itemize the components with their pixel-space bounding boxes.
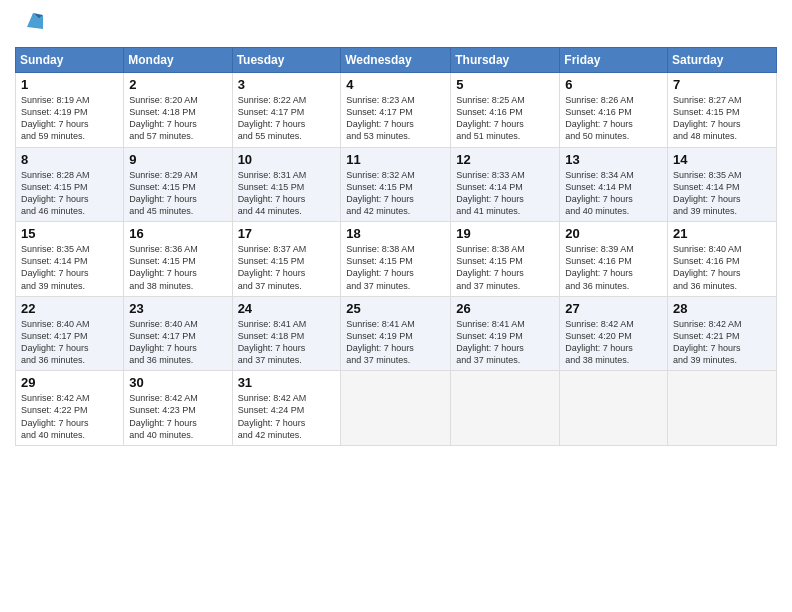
day-info: Sunrise: 8:34 AMSunset: 4:14 PMDaylight:… bbox=[565, 169, 662, 218]
header bbox=[15, 10, 777, 39]
table-row: 4 Sunrise: 8:23 AMSunset: 4:17 PMDayligh… bbox=[341, 73, 451, 148]
day-number: 29 bbox=[21, 375, 118, 390]
day-info: Sunrise: 8:20 AMSunset: 4:18 PMDaylight:… bbox=[129, 94, 226, 143]
day-number: 1 bbox=[21, 77, 118, 92]
calendar-table: Sunday Monday Tuesday Wednesday Thursday… bbox=[15, 47, 777, 446]
day-info: Sunrise: 8:39 AMSunset: 4:16 PMDaylight:… bbox=[565, 243, 662, 292]
table-row: 22 Sunrise: 8:40 AMSunset: 4:17 PMDaylig… bbox=[16, 296, 124, 371]
day-info: Sunrise: 8:29 AMSunset: 4:15 PMDaylight:… bbox=[129, 169, 226, 218]
table-row: 7 Sunrise: 8:27 AMSunset: 4:15 PMDayligh… bbox=[668, 73, 777, 148]
table-row: 2 Sunrise: 8:20 AMSunset: 4:18 PMDayligh… bbox=[124, 73, 232, 148]
day-info: Sunrise: 8:27 AMSunset: 4:15 PMDaylight:… bbox=[673, 94, 771, 143]
table-row: 26 Sunrise: 8:41 AMSunset: 4:19 PMDaylig… bbox=[451, 296, 560, 371]
day-info: Sunrise: 8:41 AMSunset: 4:18 PMDaylight:… bbox=[238, 318, 336, 367]
day-number: 15 bbox=[21, 226, 118, 241]
day-info: Sunrise: 8:35 AMSunset: 4:14 PMDaylight:… bbox=[21, 243, 118, 292]
table-row bbox=[451, 371, 560, 446]
day-info: Sunrise: 8:40 AMSunset: 4:16 PMDaylight:… bbox=[673, 243, 771, 292]
table-row: 11 Sunrise: 8:32 AMSunset: 4:15 PMDaylig… bbox=[341, 147, 451, 222]
calendar-page: Sunday Monday Tuesday Wednesday Thursday… bbox=[0, 0, 792, 612]
day-number: 25 bbox=[346, 301, 445, 316]
day-info: Sunrise: 8:19 AMSunset: 4:19 PMDaylight:… bbox=[21, 94, 118, 143]
table-row: 14 Sunrise: 8:35 AMSunset: 4:14 PMDaylig… bbox=[668, 147, 777, 222]
day-info: Sunrise: 8:32 AMSunset: 4:15 PMDaylight:… bbox=[346, 169, 445, 218]
table-row: 23 Sunrise: 8:40 AMSunset: 4:17 PMDaylig… bbox=[124, 296, 232, 371]
day-info: Sunrise: 8:25 AMSunset: 4:16 PMDaylight:… bbox=[456, 94, 554, 143]
table-row: 16 Sunrise: 8:36 AMSunset: 4:15 PMDaylig… bbox=[124, 222, 232, 297]
table-row bbox=[560, 371, 668, 446]
day-number: 24 bbox=[238, 301, 336, 316]
day-number: 30 bbox=[129, 375, 226, 390]
table-row: 19 Sunrise: 8:38 AMSunset: 4:15 PMDaylig… bbox=[451, 222, 560, 297]
day-info: Sunrise: 8:42 AMSunset: 4:24 PMDaylight:… bbox=[238, 392, 336, 441]
table-row: 3 Sunrise: 8:22 AMSunset: 4:17 PMDayligh… bbox=[232, 73, 341, 148]
day-number: 23 bbox=[129, 301, 226, 316]
table-row: 9 Sunrise: 8:29 AMSunset: 4:15 PMDayligh… bbox=[124, 147, 232, 222]
day-info: Sunrise: 8:26 AMSunset: 4:16 PMDaylight:… bbox=[565, 94, 662, 143]
logo bbox=[15, 15, 47, 39]
day-info: Sunrise: 8:42 AMSunset: 4:20 PMDaylight:… bbox=[565, 318, 662, 367]
day-info: Sunrise: 8:42 AMSunset: 4:23 PMDaylight:… bbox=[129, 392, 226, 441]
day-info: Sunrise: 8:38 AMSunset: 4:15 PMDaylight:… bbox=[456, 243, 554, 292]
table-row bbox=[341, 371, 451, 446]
header-row: Sunday Monday Tuesday Wednesday Thursday… bbox=[16, 48, 777, 73]
col-friday: Friday bbox=[560, 48, 668, 73]
table-row: 13 Sunrise: 8:34 AMSunset: 4:14 PMDaylig… bbox=[560, 147, 668, 222]
day-number: 9 bbox=[129, 152, 226, 167]
table-row: 17 Sunrise: 8:37 AMSunset: 4:15 PMDaylig… bbox=[232, 222, 341, 297]
table-row: 6 Sunrise: 8:26 AMSunset: 4:16 PMDayligh… bbox=[560, 73, 668, 148]
col-saturday: Saturday bbox=[668, 48, 777, 73]
day-info: Sunrise: 8:23 AMSunset: 4:17 PMDaylight:… bbox=[346, 94, 445, 143]
day-info: Sunrise: 8:38 AMSunset: 4:15 PMDaylight:… bbox=[346, 243, 445, 292]
day-number: 17 bbox=[238, 226, 336, 241]
table-row: 28 Sunrise: 8:42 AMSunset: 4:21 PMDaylig… bbox=[668, 296, 777, 371]
col-tuesday: Tuesday bbox=[232, 48, 341, 73]
table-row: 24 Sunrise: 8:41 AMSunset: 4:18 PMDaylig… bbox=[232, 296, 341, 371]
day-number: 18 bbox=[346, 226, 445, 241]
day-info: Sunrise: 8:40 AMSunset: 4:17 PMDaylight:… bbox=[129, 318, 226, 367]
table-row bbox=[668, 371, 777, 446]
day-info: Sunrise: 8:41 AMSunset: 4:19 PMDaylight:… bbox=[346, 318, 445, 367]
table-row: 12 Sunrise: 8:33 AMSunset: 4:14 PMDaylig… bbox=[451, 147, 560, 222]
day-number: 7 bbox=[673, 77, 771, 92]
day-number: 5 bbox=[456, 77, 554, 92]
day-number: 16 bbox=[129, 226, 226, 241]
day-info: Sunrise: 8:41 AMSunset: 4:19 PMDaylight:… bbox=[456, 318, 554, 367]
day-info: Sunrise: 8:36 AMSunset: 4:15 PMDaylight:… bbox=[129, 243, 226, 292]
table-row: 29 Sunrise: 8:42 AMSunset: 4:22 PMDaylig… bbox=[16, 371, 124, 446]
table-row: 31 Sunrise: 8:42 AMSunset: 4:24 PMDaylig… bbox=[232, 371, 341, 446]
day-number: 26 bbox=[456, 301, 554, 316]
table-row: 5 Sunrise: 8:25 AMSunset: 4:16 PMDayligh… bbox=[451, 73, 560, 148]
day-info: Sunrise: 8:33 AMSunset: 4:14 PMDaylight:… bbox=[456, 169, 554, 218]
day-info: Sunrise: 8:40 AMSunset: 4:17 PMDaylight:… bbox=[21, 318, 118, 367]
col-wednesday: Wednesday bbox=[341, 48, 451, 73]
table-row: 15 Sunrise: 8:35 AMSunset: 4:14 PMDaylig… bbox=[16, 222, 124, 297]
day-number: 4 bbox=[346, 77, 445, 92]
day-number: 20 bbox=[565, 226, 662, 241]
day-info: Sunrise: 8:28 AMSunset: 4:15 PMDaylight:… bbox=[21, 169, 118, 218]
day-number: 13 bbox=[565, 152, 662, 167]
calendar-header: Sunday Monday Tuesday Wednesday Thursday… bbox=[16, 48, 777, 73]
day-number: 12 bbox=[456, 152, 554, 167]
day-number: 28 bbox=[673, 301, 771, 316]
day-info: Sunrise: 8:42 AMSunset: 4:21 PMDaylight:… bbox=[673, 318, 771, 367]
day-number: 31 bbox=[238, 375, 336, 390]
day-info: Sunrise: 8:35 AMSunset: 4:14 PMDaylight:… bbox=[673, 169, 771, 218]
day-number: 8 bbox=[21, 152, 118, 167]
table-row: 8 Sunrise: 8:28 AMSunset: 4:15 PMDayligh… bbox=[16, 147, 124, 222]
day-number: 3 bbox=[238, 77, 336, 92]
day-number: 11 bbox=[346, 152, 445, 167]
day-info: Sunrise: 8:22 AMSunset: 4:17 PMDaylight:… bbox=[238, 94, 336, 143]
logo-icon bbox=[19, 7, 47, 39]
calendar-body: 1 Sunrise: 8:19 AMSunset: 4:19 PMDayligh… bbox=[16, 73, 777, 446]
table-row: 10 Sunrise: 8:31 AMSunset: 4:15 PMDaylig… bbox=[232, 147, 341, 222]
day-number: 22 bbox=[21, 301, 118, 316]
day-info: Sunrise: 8:37 AMSunset: 4:15 PMDaylight:… bbox=[238, 243, 336, 292]
table-row: 20 Sunrise: 8:39 AMSunset: 4:16 PMDaylig… bbox=[560, 222, 668, 297]
col-thursday: Thursday bbox=[451, 48, 560, 73]
day-number: 27 bbox=[565, 301, 662, 316]
table-row: 27 Sunrise: 8:42 AMSunset: 4:20 PMDaylig… bbox=[560, 296, 668, 371]
day-info: Sunrise: 8:42 AMSunset: 4:22 PMDaylight:… bbox=[21, 392, 118, 441]
day-number: 14 bbox=[673, 152, 771, 167]
day-number: 6 bbox=[565, 77, 662, 92]
